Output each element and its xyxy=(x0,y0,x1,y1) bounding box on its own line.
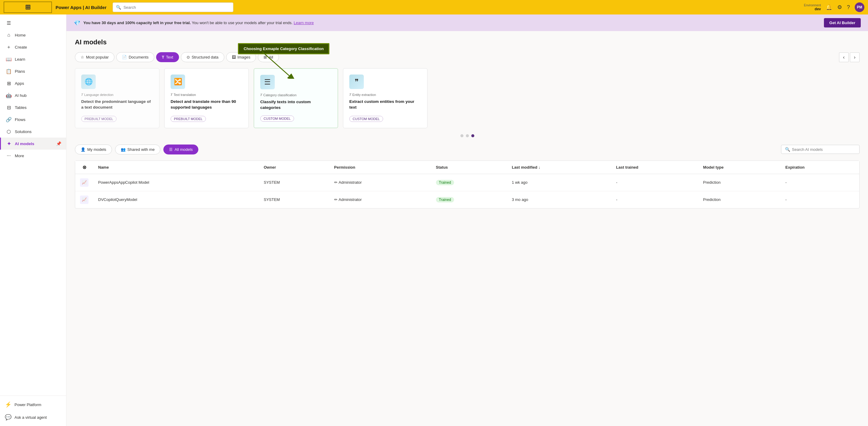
model-search-input[interactable] xyxy=(792,147,856,152)
sidebar-collapse[interactable]: ☰ xyxy=(0,17,66,29)
app-title: Power Apps | AI Builder xyxy=(56,5,106,10)
carousel-prev[interactable]: ‹ xyxy=(839,53,849,62)
type-icon3: 𝑇 xyxy=(260,93,262,97)
tab-all[interactable]: ⊞ All xyxy=(258,52,279,62)
user-avatar[interactable]: PM xyxy=(855,2,864,12)
card-category-classification-type: 𝑇 Category classification xyxy=(260,93,332,97)
row-model-icon: 📈 xyxy=(80,178,89,187)
carousel-next[interactable]: › xyxy=(850,53,860,62)
tab-structured-data[interactable]: ⊙ Structured data xyxy=(181,52,224,62)
table-icon-col: ⊗ xyxy=(83,164,86,170)
list-tab-all-models-label: All models xyxy=(175,147,193,152)
row-name: PowerAppsAppCopilot Model xyxy=(98,180,149,185)
row-model-type-cell: Prediction xyxy=(698,191,780,208)
col-last-trained: Last trained xyxy=(611,161,698,174)
learn-icon: 📖 xyxy=(6,56,12,62)
banner-learn-link[interactable]: Learn more xyxy=(294,21,314,25)
banner-icon: 💎 xyxy=(74,20,80,26)
row-model-type-cell: Prediction xyxy=(698,174,780,191)
sidebar-item-ai-models[interactable]: ✦ AI models 📌 xyxy=(0,138,66,150)
tab-text[interactable]: T Text xyxy=(156,52,179,62)
model-list-search[interactable]: 🔍 xyxy=(781,145,860,154)
list-tab-my-models[interactable]: 👤 My models xyxy=(75,144,112,155)
card-category-classification-icon: ☰ xyxy=(260,75,275,89)
list-tab-my-models-label: My models xyxy=(87,147,106,152)
card-text-translation[interactable]: 🔀 𝑇 Text translation Detect and translat… xyxy=(164,68,249,128)
col-last-modified[interactable]: Last modified ↓ xyxy=(507,161,611,174)
sidebar-item-plans[interactable]: 📋 Plans xyxy=(0,65,66,77)
tab-images[interactable]: 🖼 Images xyxy=(226,52,256,62)
sidebar-item-tables[interactable]: ⊟ Tables xyxy=(0,101,66,113)
settings-icon[interactable]: ⚙ xyxy=(837,4,842,10)
row-last-modified-cell: 3 mo ago xyxy=(507,191,611,208)
trial-banner: 💎 You have 30 days and 100% capacity lef… xyxy=(66,14,868,31)
dot-1[interactable] xyxy=(460,134,463,137)
search-input[interactable] xyxy=(123,5,230,10)
row-permission-cell: ✏Administrator xyxy=(330,191,431,208)
sidebar-ask-agent[interactable]: 💬 Ask a virtual agent xyxy=(0,411,66,424)
carousel-dots xyxy=(75,134,860,137)
table-row[interactable]: 📈 PowerAppsAppCopilot Model SYSTEM ✏Admi… xyxy=(75,174,859,191)
plans-icon: 📋 xyxy=(6,68,12,74)
my-models-icon: 👤 xyxy=(81,147,86,152)
sidebar-item-learn[interactable]: 📖 Learn xyxy=(0,53,66,65)
card-language-detection-desc: Detect the predominant language of a tex… xyxy=(81,99,153,111)
sidebar-item-tables-label: Tables xyxy=(15,105,27,110)
row-name-cell: PowerAppsAppCopilot Model xyxy=(93,174,259,191)
row-expiration-cell: - xyxy=(780,174,859,191)
card-entity-extraction-icon: ❞ xyxy=(349,74,364,89)
tab-most-popular[interactable]: ☆ Most popular xyxy=(75,52,115,62)
sidebar-item-create[interactable]: ＋ Create xyxy=(0,41,66,53)
sidebar-item-flows[interactable]: 🔗 Flows xyxy=(0,113,66,126)
text-icon: T xyxy=(162,55,164,59)
top-bar: ⊞ Power Apps | AI Builder 🔍 Environment … xyxy=(0,0,868,14)
card-entity-extraction[interactable]: ❞ 𝑇 Entity extraction Extract custom ent… xyxy=(343,68,428,128)
sidebar-item-apps[interactable]: ⊞ Apps xyxy=(0,77,66,89)
sidebar-power-platform[interactable]: ⚡ Power Platform xyxy=(0,398,66,411)
solutions-icon: ⬡ xyxy=(6,129,12,135)
table-row[interactable]: 📈 DVCopilotQueryModel SYSTEM ✏Administra… xyxy=(75,191,859,208)
power-platform-icon: ⚡ xyxy=(5,401,11,408)
sidebar-item-solutions[interactable]: ⬡ Solutions xyxy=(0,126,66,138)
help-icon[interactable]: ? xyxy=(847,4,850,10)
row-owner-cell: SYSTEM xyxy=(259,191,329,208)
edit-icon: ✏ xyxy=(334,180,338,185)
search-icon: 🔍 xyxy=(116,5,121,10)
pin-icon: 📌 xyxy=(56,141,61,146)
models-table: ⊗ Name Owner Permission Status Last modi… xyxy=(75,161,860,208)
tab-structured-data-label: Structured data xyxy=(192,55,219,59)
images-icon: 🖼 xyxy=(232,55,236,59)
notifications-icon[interactable]: 🔔 xyxy=(826,4,832,10)
get-ai-builder-button[interactable]: Get AI Builder xyxy=(824,18,861,28)
page: AI models Choosing Exmaple Category Clas… xyxy=(66,31,868,216)
sort-icon: ↓ xyxy=(538,165,540,169)
ask-agent-icon: 💬 xyxy=(5,414,11,421)
sidebar-item-more[interactable]: ··· More xyxy=(0,150,66,162)
list-tab-shared[interactable]: 👥 Shared with me xyxy=(115,144,160,155)
card-category-classification[interactable]: ☰ 𝑇 Category classification Classify tex… xyxy=(254,68,338,128)
sidebar-item-home-label: Home xyxy=(15,33,26,37)
sidebar-item-home[interactable]: ⌂ Home xyxy=(0,29,66,41)
card-language-detection-icon: 🌐 xyxy=(81,74,96,89)
dot-2[interactable] xyxy=(466,134,469,137)
app-logo[interactable]: ⊞ xyxy=(4,1,52,13)
status-badge: Trained xyxy=(436,180,454,185)
tab-images-label: Images xyxy=(238,55,251,59)
tab-documents-label: Documents xyxy=(129,55,149,59)
card-text-translation-type: 𝑇 Text translation xyxy=(170,93,242,97)
sidebar-item-ai-hub[interactable]: 🤖 AI hub xyxy=(0,89,66,101)
dot-3[interactable] xyxy=(471,134,474,137)
home-icon: ⌂ xyxy=(6,32,12,38)
page-title: AI models xyxy=(75,38,860,46)
global-search[interactable]: 🔍 xyxy=(113,2,234,12)
card-entity-extraction-type: 𝑇 Entity extraction xyxy=(349,93,421,97)
list-tab-all-models[interactable]: ☰ All models xyxy=(163,144,198,155)
all-models-icon: ☰ xyxy=(169,147,173,152)
tab-documents[interactable]: 📄 Documents xyxy=(116,52,154,62)
row-owner-cell: SYSTEM xyxy=(259,174,329,191)
row-last-modified-cell: 1 wk ago xyxy=(507,174,611,191)
card-entity-extraction-badge: CUSTOM MODEL xyxy=(349,116,383,122)
card-language-detection[interactable]: 🌐 𝑇 Language detection Detect the predom… xyxy=(75,68,159,128)
banner-normal-text: You won't be able to use your models aft… xyxy=(192,21,292,25)
tab-all-label: All xyxy=(269,55,273,59)
